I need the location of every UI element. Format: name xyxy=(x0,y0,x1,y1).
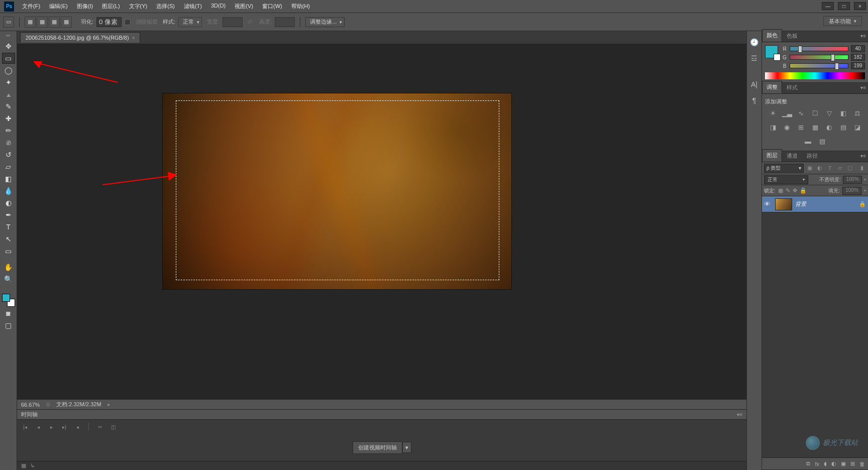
opacity-input[interactable]: 100% xyxy=(843,176,862,184)
invert-icon[interactable]: ◐ xyxy=(825,123,834,132)
b-slider[interactable] xyxy=(790,63,848,68)
blend-mode-select[interactable]: 正常 xyxy=(764,175,808,184)
history-panel-icon[interactable]: 🕘 xyxy=(749,37,759,47)
colorlookup-icon[interactable]: ▦ xyxy=(811,123,820,132)
render-icon[interactable]: ↳ xyxy=(30,462,35,469)
g-slider[interactable] xyxy=(790,55,848,60)
move-tool[interactable]: ✥ xyxy=(2,41,15,52)
filter-toggle-icon[interactable]: ▮ xyxy=(858,164,866,172)
fill-stepper-icon[interactable]: ▾ xyxy=(864,188,866,193)
timeline-tab[interactable]: 时间轴 xyxy=(21,411,38,418)
g-value[interactable]: 182 xyxy=(851,54,865,61)
minimize-button[interactable]: — xyxy=(822,2,834,10)
zoom-level[interactable]: 66.67% xyxy=(21,402,40,408)
crop-tool[interactable]: ⟁ xyxy=(2,89,15,100)
quickmask-toggle[interactable]: ◙ xyxy=(2,308,15,319)
selection-intersect-icon[interactable]: ▦ xyxy=(61,17,72,28)
tab-adjustments[interactable]: 调整 xyxy=(762,81,782,93)
stamp-tool[interactable]: ⎚ xyxy=(2,137,15,148)
go-start-icon[interactable]: |◂ xyxy=(21,424,29,430)
filter-type-icon[interactable]: T xyxy=(826,164,834,172)
foreground-color-swatch[interactable] xyxy=(2,294,10,302)
lock-transparent-icon[interactable]: ▦ xyxy=(778,187,783,194)
status-arrow-icon[interactable]: ⊙ xyxy=(46,401,50,408)
prev-frame-icon[interactable]: ◂ xyxy=(34,424,42,430)
photofilter-icon[interactable]: ◉ xyxy=(783,123,792,132)
paragraph-panel-icon[interactable]: ¶ xyxy=(749,95,759,105)
canvas-viewport[interactable] xyxy=(17,44,746,399)
menu-filter[interactable]: 滤镜(T) xyxy=(180,1,206,12)
rectangle-tool[interactable]: ▭ xyxy=(2,246,15,257)
toolbar-grip[interactable]: ▸▸ xyxy=(7,33,11,38)
path-selection-tool[interactable]: ↖ xyxy=(2,233,15,245)
scissors-icon[interactable]: ✂ xyxy=(96,424,104,430)
close-button[interactable]: × xyxy=(854,2,866,10)
tab-color[interactable]: 颜色 xyxy=(762,29,782,42)
layer-row[interactable]: 👁 背景 🔒 xyxy=(762,196,868,212)
layer-filter-select[interactable]: ρ 类型▾ xyxy=(764,164,804,173)
frames-mode-icon[interactable]: ▦ xyxy=(21,462,26,469)
color-swatches[interactable] xyxy=(2,294,15,307)
marquee-tool[interactable]: ▭ xyxy=(2,53,15,64)
channelmixer-icon[interactable]: ⊞ xyxy=(797,123,806,132)
color-spectrum[interactable] xyxy=(765,72,865,79)
gradient-tool[interactable]: ◧ xyxy=(2,173,15,184)
pen-tool[interactable]: ✒ xyxy=(2,209,15,220)
character-panel-icon[interactable]: A| xyxy=(749,79,759,89)
selection-marquee[interactable] xyxy=(176,100,499,280)
lock-position-icon[interactable]: ✥ xyxy=(793,187,797,194)
lock-pixels-icon[interactable]: ✎ xyxy=(786,187,790,194)
filter-pixel-icon[interactable]: ▣ xyxy=(806,164,814,172)
layer-style-icon[interactable]: fx xyxy=(815,461,819,467)
selection-new-icon[interactable]: ▦ xyxy=(25,17,36,28)
document-tab[interactable]: 2006251058-6-1200.jpg @ 66.7%(RGB/8) × xyxy=(20,32,140,43)
filter-smart-icon[interactable]: ▢ xyxy=(846,164,854,172)
menu-3d[interactable]: 3D(D) xyxy=(207,1,230,12)
posterize-icon[interactable]: ▤ xyxy=(839,123,848,132)
gradientmap-icon[interactable]: ▬ xyxy=(804,137,813,146)
style-select[interactable]: 正常 xyxy=(178,17,202,27)
play-icon[interactable]: ▸ xyxy=(47,424,55,430)
healing-tool[interactable]: ✚ xyxy=(2,113,15,124)
menu-select[interactable]: 选择(S) xyxy=(152,1,179,12)
feather-input[interactable] xyxy=(96,17,122,27)
type-tool[interactable]: T xyxy=(2,221,15,232)
color-preview[interactable] xyxy=(765,45,778,58)
lock-icon[interactable]: 🔒 xyxy=(859,201,866,207)
threshold-icon[interactable]: ◪ xyxy=(853,123,862,132)
create-video-timeline-button[interactable]: 创建视频时间轴 xyxy=(353,441,402,454)
lock-all-icon[interactable]: 🔒 xyxy=(800,187,807,194)
delete-layer-icon[interactable]: 🗑 xyxy=(859,461,865,467)
workspace-selector[interactable]: 基本功能 xyxy=(823,16,862,26)
tab-swatches[interactable]: 色板 xyxy=(782,30,802,42)
selectivecolor-icon[interactable]: ▧ xyxy=(818,137,827,146)
exposure-icon[interactable]: ☐ xyxy=(811,108,820,118)
panel-menu-icon[interactable]: ▾≡ xyxy=(860,33,866,39)
selection-subtract-icon[interactable]: ▦ xyxy=(49,17,60,28)
filter-shape-icon[interactable]: ▱ xyxy=(836,164,844,172)
screenmode-toggle[interactable]: ▢ xyxy=(2,320,15,331)
colorbalance-icon[interactable]: ⚖ xyxy=(853,108,862,118)
layer-mask-icon[interactable]: ◖ xyxy=(824,460,827,467)
status-flyout-icon[interactable]: ▸ xyxy=(107,401,111,408)
hand-tool[interactable]: ✋ xyxy=(2,262,15,273)
timeline-scrubber[interactable]: ▦ ↳ xyxy=(17,461,746,470)
panel-menu-icon[interactable]: ▾≡ xyxy=(737,412,742,417)
blur-tool[interactable]: 💧 xyxy=(2,185,15,196)
brush-tool[interactable]: ✏ xyxy=(2,125,15,136)
levels-icon[interactable]: ▁▃ xyxy=(783,108,792,118)
selection-add-icon[interactable]: ▦ xyxy=(37,17,48,28)
magic-wand-tool[interactable]: ✦ xyxy=(2,77,15,88)
transition-icon[interactable]: ◫ xyxy=(109,424,117,430)
history-brush-tool[interactable]: ↺ xyxy=(2,149,15,160)
link-layers-icon[interactable]: ⧉ xyxy=(806,460,810,467)
new-fill-layer-icon[interactable]: ◐ xyxy=(831,460,836,467)
new-layer-icon[interactable]: ⊞ xyxy=(850,460,855,467)
vibrance-icon[interactable]: ▽ xyxy=(825,108,834,118)
zoom-tool[interactable]: 🔍 xyxy=(2,274,15,285)
panel-menu-icon[interactable]: ▾≡ xyxy=(860,85,866,90)
properties-panel-icon[interactable]: ☲ xyxy=(749,53,759,63)
tool-preset-picker[interactable]: ▭ xyxy=(3,17,14,28)
brightness-icon[interactable]: ☀ xyxy=(769,108,778,118)
tab-paths[interactable]: 路径 xyxy=(802,150,822,162)
